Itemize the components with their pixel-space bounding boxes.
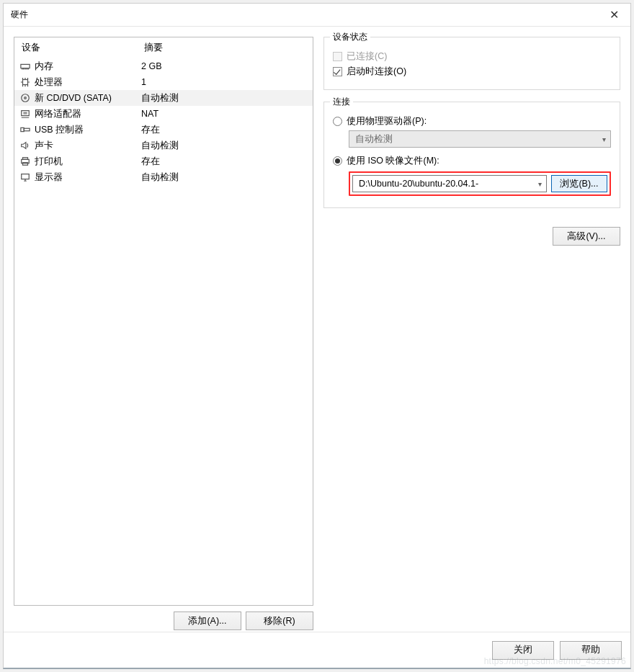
connected-label: 已连接(C) [347, 50, 387, 63]
disc-icon [19, 91, 32, 104]
svg-rect-4 [22, 111, 30, 116]
svg-rect-10 [22, 174, 30, 179]
connect-on-power-label: 启动时连接(O) [347, 66, 406, 78]
right-pane: 设备状态 已连接(C) 启动时连接(O) 连接 使用物理驱动器(P): 自动检测 [323, 37, 620, 632]
network-icon [19, 107, 32, 120]
dialog-body: 设备 摘要 内存2 GB处理器1新 CD/DVD (SATA)自动检测网络适配器… [4, 27, 630, 632]
hardware-device-name: 新 CD/DVD (SATA) [35, 92, 141, 104]
device-status-legend: 设备状态 [330, 31, 370, 43]
titlebar: 硬件 ✕ [4, 4, 630, 27]
hardware-device-summary: 自动检测 [141, 140, 308, 152]
hardware-list-header: 设备 摘要 [14, 37, 313, 58]
svg-rect-9 [23, 163, 28, 166]
hardware-buttons: 添加(A)... 移除(R) [14, 611, 313, 630]
browse-button[interactable]: 浏览(B)... [551, 175, 607, 192]
svg-rect-1 [23, 80, 28, 85]
advanced-button[interactable]: 高级(V)... [553, 227, 620, 246]
hardware-row[interactable]: 打印机存在 [14, 153, 313, 169]
usb-icon [19, 123, 32, 136]
close-icon: ✕ [610, 8, 619, 22]
col-header-device: 设备 [22, 42, 144, 54]
connect-on-power-checkbox[interactable] [333, 67, 342, 76]
hardware-device-summary: 1 [141, 77, 308, 87]
hardware-row[interactable]: 处理器1 [14, 74, 313, 90]
hardware-device-name: 内存 [35, 61, 141, 73]
hardware-device-name: 网络适配器 [35, 108, 141, 120]
hardware-device-summary: 2 GB [141, 61, 308, 71]
chevron-down-icon: ▾ [538, 180, 542, 188]
hardware-list[interactable]: 设备 摘要 内存2 GB处理器1新 CD/DVD (SATA)自动检测网络适配器… [14, 37, 313, 606]
window-title: 硬件 [11, 9, 28, 21]
iso-highlighted-row: D:\Ubuntu-20\ubuntu-20.04.1- ▾ 浏览(B)... [349, 171, 611, 196]
svg-rect-5 [21, 127, 24, 131]
hardware-device-name: 打印机 [35, 156, 141, 168]
hardware-device-name: 声卡 [35, 140, 141, 152]
hardware-row[interactable]: USB 控制器存在 [14, 122, 313, 138]
device-status-group: 设备状态 已连接(C) 启动时连接(O) [323, 37, 620, 90]
window-close-button[interactable]: ✕ [597, 4, 630, 26]
svg-point-3 [24, 97, 27, 99]
printer-icon [19, 155, 32, 168]
sound-icon [19, 139, 32, 152]
use-physical-radio[interactable] [333, 117, 342, 126]
help-button[interactable]: 帮助 [560, 641, 622, 660]
physical-drive-combo: 自动检测 ▾ [349, 130, 611, 148]
connection-group: 连接 使用物理驱动器(P): 自动检测 ▾ 使用 ISO 映像文件(M): D:… [323, 102, 620, 208]
svg-point-2 [22, 94, 30, 102]
use-physical-label: 使用物理驱动器(P): [347, 115, 427, 127]
hardware-device-summary: 自动检测 [141, 171, 308, 184]
use-iso-radio[interactable] [333, 156, 342, 166]
connection-legend: 连接 [330, 96, 353, 108]
hardware-row[interactable]: 新 CD/DVD (SATA)自动检测 [14, 90, 313, 106]
hardware-dialog: 硬件 ✕ 设备 摘要 内存2 GB处理器1新 CD/DVD (SATA)自动检测… [3, 3, 631, 669]
use-iso-row[interactable]: 使用 ISO 映像文件(M): [333, 155, 611, 167]
hardware-row[interactable]: 声卡自动检测 [14, 138, 313, 153]
svg-rect-0 [21, 64, 30, 68]
advanced-row: 高级(V)... [323, 227, 620, 246]
connect-on-power-row[interactable]: 启动时连接(O) [333, 66, 611, 78]
col-header-summary: 摘要 [144, 42, 308, 54]
add-hardware-button[interactable]: 添加(A)... [174, 611, 241, 630]
svg-rect-6 [24, 128, 30, 131]
iso-path-combo[interactable]: D:\Ubuntu-20\ubuntu-20.04.1- ▾ [352, 175, 547, 192]
hardware-device-summary: 存在 [141, 124, 308, 136]
remove-hardware-button[interactable]: 移除(R) [246, 611, 313, 630]
hardware-device-name: USB 控制器 [35, 124, 141, 136]
hardware-device-summary: 存在 [141, 156, 308, 168]
hardware-row[interactable]: 显示器自动检测 [14, 169, 313, 185]
use-iso-label: 使用 ISO 映像文件(M): [347, 155, 439, 167]
cpu-icon [19, 76, 32, 89]
hardware-device-name: 处理器 [35, 76, 141, 89]
hardware-device-name: 显示器 [35, 171, 141, 184]
display-icon [19, 171, 32, 184]
hardware-device-summary: 自动检测 [141, 92, 308, 104]
hardware-row[interactable]: 内存2 GB [14, 58, 313, 74]
memory-icon [19, 60, 32, 73]
hardware-device-summary: NAT [141, 109, 308, 119]
left-pane: 设备 摘要 内存2 GB处理器1新 CD/DVD (SATA)自动检测网络适配器… [14, 37, 313, 632]
close-button[interactable]: 关闭 [492, 641, 554, 660]
connected-checkbox [333, 52, 342, 61]
chevron-down-icon: ▾ [602, 135, 606, 143]
physical-drive-value: 自动检测 [355, 133, 393, 145]
hardware-row[interactable]: 网络适配器NAT [14, 106, 313, 122]
connected-checkbox-row: 已连接(C) [333, 50, 611, 63]
dialog-footer: 关闭 帮助 [4, 632, 630, 668]
iso-path-value: D:\Ubuntu-20\ubuntu-20.04.1- [359, 179, 478, 189]
use-physical-row[interactable]: 使用物理驱动器(P): [333, 115, 611, 127]
